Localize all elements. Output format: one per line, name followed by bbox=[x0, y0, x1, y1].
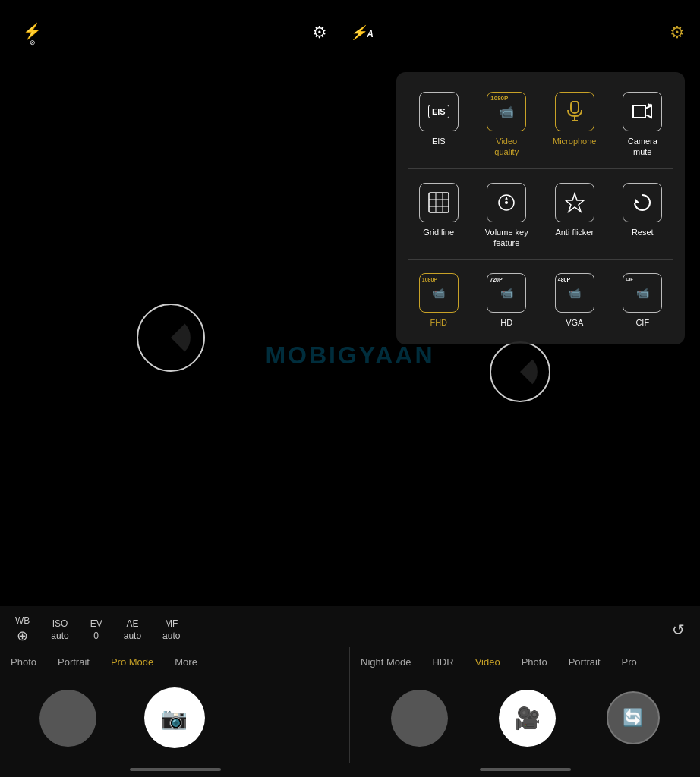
focus-circle-right[interactable] bbox=[490, 341, 550, 402]
svg-marker-4 bbox=[645, 105, 651, 118]
right-shutter-row: 🎥 🔄 bbox=[350, 677, 700, 763]
setting-reset[interactable]: Reset bbox=[613, 175, 673, 253]
setting-camera-mute[interactable]: Cameramute bbox=[613, 84, 673, 162]
flash-auto-icon[interactable]: ⚡A bbox=[350, 24, 374, 41]
setting-video-quality[interactable]: 1080P 📹 Videoquality bbox=[477, 84, 538, 162]
flip-icon: 🔄 bbox=[623, 708, 643, 728]
settings-icon-right[interactable]: ⚙ bbox=[670, 23, 685, 42]
mode-tab-pro-right[interactable]: Pro bbox=[611, 653, 648, 671]
setting-grid-line[interactable]: Grid line bbox=[408, 175, 469, 253]
iso-control[interactable]: ISO auto bbox=[51, 618, 68, 641]
mode-tab-video[interactable]: Video bbox=[465, 653, 511, 671]
setting-eis[interactable]: EIS EIS bbox=[408, 84, 469, 162]
mode-tab-photo[interactable]: Photo bbox=[0, 653, 47, 671]
svg-marker-15 bbox=[566, 193, 584, 212]
setting-cif[interactable]: CIF 📹 CIF bbox=[613, 266, 673, 332]
setting-microphone[interactable]: Microphone bbox=[544, 84, 605, 162]
settings-panel: EIS EIS 1080P 📹 Videoquality Microph bbox=[396, 72, 685, 344]
manual-controls-row: WB ⊕ ISO auto EV 0 AE auto MF auto ↺ bbox=[0, 606, 700, 647]
settings-row-2: Grid line Volume keyfeature Anti flic bbox=[402, 175, 679, 253]
setting-vga[interactable]: 480P 📹 VGA bbox=[544, 266, 605, 332]
setting-hd[interactable]: 720P 📹 HD bbox=[477, 266, 538, 332]
right-mode-tabs: Night Mode HDR Video Photo Portrait Pro bbox=[350, 647, 700, 677]
mode-tab-photo-right[interactable]: Photo bbox=[511, 653, 558, 671]
left-shutter-row: 📷 bbox=[0, 677, 350, 763]
setting-anti-flicker[interactable]: Anti flicker bbox=[544, 175, 605, 253]
camera-shutter-icon: 📷 bbox=[161, 706, 188, 731]
nav-bar-right bbox=[480, 768, 571, 771]
settings-row-1: EIS EIS 1080P 📹 Videoquality Microph bbox=[402, 84, 679, 162]
svg-rect-0 bbox=[571, 101, 579, 113]
svg-point-13 bbox=[505, 201, 508, 204]
svg-marker-16 bbox=[635, 198, 639, 203]
mode-tab-hdr[interactable]: HDR bbox=[421, 653, 464, 671]
mode-tab-portrait[interactable]: Portrait bbox=[47, 653, 100, 671]
mode-tab-nightmode[interactable]: Night Mode bbox=[350, 653, 421, 671]
video-capture-button[interactable]: 🎥 bbox=[499, 690, 556, 747]
setting-volume-key[interactable]: Volume keyfeature bbox=[477, 175, 538, 253]
gallery-button-right[interactable] bbox=[391, 690, 448, 747]
shutter-row-container: 📷 🎥 🔄 bbox=[0, 677, 700, 763]
settings-icon-center[interactable]: ⚙ bbox=[312, 23, 327, 42]
ae-control[interactable]: AE auto bbox=[124, 618, 141, 641]
svg-marker-3 bbox=[633, 105, 645, 118]
flash-button[interactable]: ⚡ ⊘ bbox=[23, 22, 42, 46]
video-shutter-icon: 🎥 bbox=[514, 706, 541, 731]
spacer-left bbox=[253, 690, 310, 747]
mode-tabs-container: Photo Portrait Pro Mode More Night Mode … bbox=[0, 647, 700, 677]
mf-control[interactable]: MF auto bbox=[162, 618, 180, 641]
capture-button[interactable]: 📷 bbox=[144, 687, 205, 748]
bottom-controls: WB ⊕ ISO auto EV 0 AE auto MF auto ↺ Pho… bbox=[0, 606, 700, 777]
ev-control[interactable]: EV 0 bbox=[90, 618, 102, 641]
right-header-icons: ⚙ ⚡A bbox=[312, 23, 374, 42]
gallery-button-left[interactable] bbox=[39, 690, 96, 747]
nav-bar-left bbox=[130, 768, 221, 771]
left-mode-tabs: Photo Portrait Pro Mode More bbox=[0, 647, 350, 677]
nav-indicators bbox=[0, 763, 700, 777]
watermark-text: MOBIGYAAN bbox=[265, 341, 434, 370]
flip-camera-button[interactable]: 🔄 bbox=[607, 691, 660, 744]
mode-tab-more[interactable]: More bbox=[164, 653, 208, 671]
settings-row-3: 1080P 📹 FHD 720P 📹 HD 480P 📹 VGA CIF bbox=[402, 266, 679, 332]
reset-manual-button[interactable]: ↺ bbox=[672, 621, 685, 639]
focus-circle-left[interactable] bbox=[137, 304, 205, 372]
setting-fhd[interactable]: 1080P 📹 FHD bbox=[408, 266, 469, 332]
svg-rect-7 bbox=[429, 193, 449, 212]
wb-control[interactable]: WB ⊕ bbox=[15, 615, 30, 644]
mode-tab-promode[interactable]: Pro Mode bbox=[100, 653, 164, 671]
mode-tab-portrait-right[interactable]: Portrait bbox=[558, 653, 611, 671]
